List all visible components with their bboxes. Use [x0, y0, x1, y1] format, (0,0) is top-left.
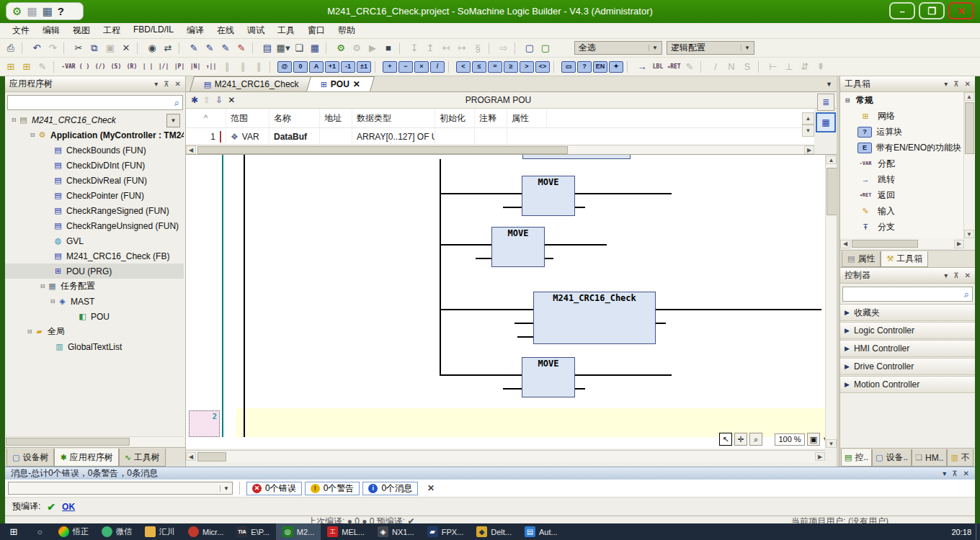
negate-icon[interactable]: /: [708, 60, 723, 73]
close-button[interactable]: ✕: [948, 2, 974, 19]
address-block-icon[interactable]: @: [277, 61, 292, 73]
taskbar-item-nx[interactable]: ◈ NX1...: [371, 523, 421, 540]
monitor-icon[interactable]: ▢: [522, 42, 537, 55]
eq-block-icon[interactable]: =: [488, 61, 502, 73]
contact-icon[interactable]: | |: [141, 60, 155, 73]
zero-block-icon[interactable]: 0: [293, 61, 308, 73]
expander-icon[interactable]: ⊟: [38, 283, 47, 289]
dock-tab-tool-tree[interactable]: ∿ 工具树: [119, 449, 166, 467]
tree-item-task-config[interactable]: ⊟ ▦ 任务配置: [5, 279, 184, 294]
ladder-vscrollbar[interactable]: ▲ ▼: [825, 155, 837, 449]
expander-icon[interactable]: ⊟: [48, 298, 57, 305]
tab-pou[interactable]: ⊞ POU ✕: [306, 76, 375, 91]
tree-item-checkrangesigned[interactable]: ▤ CheckRangeSigned (FUN): [5, 203, 184, 218]
menu-item[interactable]: 窗口: [301, 23, 331, 38]
taskbar-item-fpx[interactable]: ▰ FPX...: [421, 523, 471, 540]
tab-list-dropdown-icon[interactable]: ▼: [826, 81, 832, 88]
close-panel-icon[interactable]: ✕: [175, 80, 181, 88]
taskbar-item-micr[interactable]: Micr...: [182, 523, 230, 540]
tree-item-checkrangeunsigned[interactable]: ▤ CheckRangeUnsigned (FUN): [5, 218, 184, 233]
toolbar-icon[interactable]: [489, 42, 493, 54]
menu-item[interactable]: 工程: [97, 23, 127, 38]
tree-item-crc16-fb[interactable]: ▤ M241_CRC16_Check (FB): [5, 248, 184, 264]
tree-item-project[interactable]: ⊟ ▤ M241_CRC16_Check: [5, 112, 184, 127]
tree-item-application[interactable]: ⊟ ⚙ Application (MyController : TM24: [5, 127, 184, 143]
toolbar-icon[interactable]: [252, 42, 257, 54]
scroll-thumb[interactable]: [197, 146, 568, 154]
toolbox-group-boolean[interactable]: ⊞布尔操作符: [840, 235, 964, 238]
step-into-icon[interactable]: ↧: [407, 42, 422, 55]
zoom-tool-button[interactable]: ⌕: [749, 433, 762, 446]
edge-detect-icon[interactable]: N: [724, 60, 739, 73]
network-2-marker[interactable]: 2: [189, 410, 220, 437]
toolbox-item-en-eno-block[interactable]: E 带有EN/ENO的功能块: [840, 140, 964, 156]
scroll-right-icon[interactable]: ▶: [954, 240, 964, 248]
plusminus-block-icon[interactable]: ±1: [357, 61, 371, 73]
menu-item[interactable]: 编译: [180, 23, 210, 38]
dock-tab-properties[interactable]: ▤ 属性: [842, 251, 881, 267]
crc16-block[interactable]: M241_CRC16_Check: [533, 292, 656, 344]
decl-scroll-down-icon[interactable]: ▼: [802, 125, 814, 137]
taskbar-item-wechat[interactable]: 微信: [95, 523, 138, 540]
tray-ime-icon[interactable]: [917, 526, 926, 537]
root-dropdown-button[interactable]: ▼: [166, 114, 180, 127]
undo-icon[interactable]: ↶: [30, 42, 44, 55]
menu-item[interactable]: 文件: [6, 23, 36, 38]
function-block-icon[interactable]: ▭: [561, 61, 576, 73]
toolbar-icon[interactable]: [179, 42, 183, 54]
run-icon[interactable]: ▶: [365, 42, 380, 55]
toolbox-item-jump[interactable]: → 跳转: [840, 171, 964, 187]
dock-tab-application-tree[interactable]: ✱ 应用程序树: [54, 449, 118, 467]
assignment-icon[interactable]: -VAR: [61, 60, 76, 73]
add-block-icon[interactable]: +: [383, 61, 397, 73]
ld-toolbar-icon[interactable]: [553, 61, 558, 73]
ladder-hscrollbar[interactable]: ◀ ▶: [186, 450, 825, 462]
tray-app1-icon[interactable]: [811, 526, 820, 537]
scroll-down-icon[interactable]: ▼: [964, 230, 974, 238]
taskbar-item-somachine[interactable]: ◎ M2...: [276, 523, 321, 540]
scroll-thumb[interactable]: [827, 168, 837, 215]
panel-menu-icon[interactable]: ▾: [943, 469, 946, 477]
parallel-negated-icon[interactable]: ∥: [236, 60, 250, 73]
minimize-button[interactable]: –: [889, 2, 915, 19]
expander-icon[interactable]: ⊟: [9, 117, 18, 123]
build-dropdown-icon[interactable]: ▦▾: [276, 42, 290, 55]
tray-app2-icon[interactable]: [827, 526, 835, 537]
column-header[interactable]: 属性: [507, 109, 547, 127]
controller-group[interactable]: ▶ Logic Controller: [840, 322, 975, 339]
logout-icon[interactable]: ⚙: [349, 42, 364, 55]
tree-item-checkbounds[interactable]: ▤ CheckBounds (FUN): [5, 143, 184, 158]
table-view-button[interactable]: ▦: [816, 112, 836, 132]
step-out-icon[interactable]: ↥: [423, 42, 437, 55]
scroll-left-icon[interactable]: ◀: [840, 240, 850, 248]
column-header[interactable]: 数据类型: [352, 109, 435, 127]
div-block-icon[interactable]: /: [430, 61, 445, 73]
toolbar-icon[interactable]: [22, 42, 26, 54]
move-block-3[interactable]: MOVE: [522, 357, 575, 397]
controller-group[interactable]: ▶ Drive Controller: [840, 358, 975, 375]
clear-messages-icon[interactable]: ✕: [427, 483, 435, 493]
scroll-left-icon[interactable]: ◀: [186, 145, 196, 154]
scroll-left-icon[interactable]: ◀: [186, 452, 196, 461]
tree-item-globaltextlist[interactable]: ▥ GlobalTextList: [5, 339, 184, 354]
partial-block[interactable]: [522, 155, 631, 159]
menu-item[interactable]: 工具: [271, 23, 301, 38]
new-network-icon[interactable]: ⊞: [4, 60, 18, 73]
select-tool-button[interactable]: ↖: [719, 433, 732, 446]
abs-block-icon[interactable]: A: [309, 61, 324, 73]
breakpoint-icon[interactable]: §: [471, 42, 485, 55]
toolbox-hscrollbar[interactable]: ◀ ▶: [840, 239, 964, 248]
zoom-level[interactable]: 100 %: [775, 433, 805, 446]
auto-declare-icon[interactable]: ✎: [218, 42, 233, 55]
ld-toolbar-icon[interactable]: [700, 61, 705, 73]
toolbox-item-input[interactable]: ✎ 输入: [840, 203, 964, 219]
message-category-combo[interactable]: ▼: [8, 482, 233, 495]
column-header[interactable]: 初始化: [435, 109, 475, 127]
tray-o2-icon[interactable]: [932, 526, 941, 537]
panel-menu-icon[interactable]: ▾: [944, 271, 948, 279]
controller-group[interactable]: ▶ 收藏夹: [840, 304, 975, 321]
tree-item-checkdivdint[interactable]: ▤ CheckDivDInt (FUN): [5, 158, 184, 173]
branch-icon[interactable]: ⊥: [782, 60, 796, 73]
search-icon[interactable]: ⌕: [172, 97, 182, 109]
show-desktop-button[interactable]: [976, 523, 980, 540]
